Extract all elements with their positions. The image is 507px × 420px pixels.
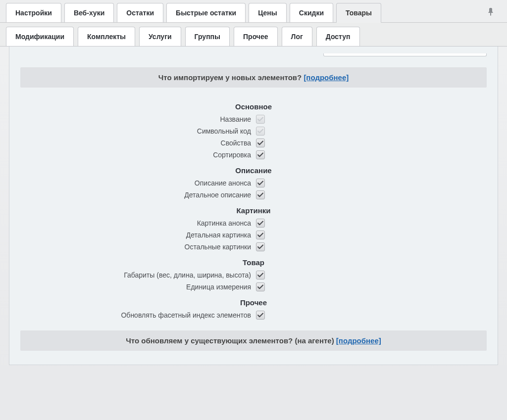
field-label: Символьный код [13,127,251,135]
field-label: Обновлять фасетный индекс элементов [13,311,251,319]
primary-tab-0[interactable]: Настройки [6,3,61,22]
field-label: Детальное описание [13,191,251,199]
field-control [256,271,494,280]
checkbox [256,127,265,136]
field-stub [9,53,498,60]
field-control [256,127,494,136]
field-label: Единица измерения [13,283,251,291]
group-title: Прочее [9,298,498,307]
checkbox[interactable] [256,139,265,147]
field-label: Описание анонса [13,179,251,187]
secondary-tab-3[interactable]: Группы [185,27,230,46]
field-label: Картинка анонса [13,219,251,227]
field-row: Символьный код [9,127,498,136]
secondary-tabs: МодификацииКомплектыУслугиГруппыПрочееЛо… [0,23,507,47]
field-label: Сортировка [13,151,251,159]
secondary-tab-2[interactable]: Услуги [139,27,181,46]
group-title: Основное [9,102,498,111]
checkbox[interactable] [256,150,265,159]
field-label: Название [13,115,251,123]
field-control [256,190,494,199]
checkbox[interactable] [256,231,265,239]
field-row: Название [9,115,498,124]
field-row: Картинка анонса [9,219,498,228]
field-control [256,115,494,124]
field-row: Описание анонса [9,179,498,187]
section-more-link[interactable]: [подробнее] [304,73,349,82]
settings-panel: Что импортируем у новых элементов? [подр… [9,47,498,365]
field-label: Детальная картинка [13,231,251,239]
checkbox[interactable] [256,219,265,228]
field-control [256,150,494,159]
section-title: Что импортируем у новых элементов? [158,73,304,82]
field-row: Сортировка [9,150,498,159]
import-fields: ОсновноеНазваниеСимвольный кодСвойстваСо… [9,94,498,324]
secondary-tab-0[interactable]: Модификации [6,27,74,46]
group-title: Картинки [9,206,498,215]
field-row: Свойства [9,139,498,147]
group-title: Товар [9,258,498,267]
field-control [256,139,494,147]
primary-tabs: НастройкиВеб-хукиОстаткиБыстрые остаткиЦ… [0,0,507,23]
field-row: Детальная картинка [9,231,498,239]
checkbox[interactable] [256,179,265,187]
field-control [256,282,494,291]
group-title: Описание [9,166,498,175]
section-title: Что обновляем у существующих элементов? … [126,336,336,345]
field-label: Остальные картинки [13,243,251,251]
secondary-tab-5[interactable]: Лог [282,27,312,46]
secondary-tab-4[interactable]: Прочее [234,27,278,46]
field-row: Габариты (вес, длина, ширина, высота) [9,271,498,280]
primary-tab-6[interactable]: Товары [336,3,381,23]
checkbox[interactable] [256,242,265,251]
checkbox[interactable] [256,282,265,291]
checkbox[interactable] [256,271,265,280]
primary-tab-2[interactable]: Остатки [117,3,163,22]
field-control [256,219,494,228]
section-header-import-new: Что импортируем у новых элементов? [подр… [20,67,487,88]
field-control [256,311,494,320]
pin-icon[interactable] [480,3,501,21]
primary-tab-5[interactable]: Скидки [290,3,333,22]
secondary-tab-6[interactable]: Доступ [316,27,360,46]
checkbox[interactable] [256,190,265,199]
field-row: Детальное описание [9,190,498,199]
field-row: Остальные картинки [9,242,498,251]
primary-tab-4[interactable]: Цены [249,3,287,22]
field-label: Габариты (вес, длина, ширина, высота) [13,271,251,279]
field-control [256,242,494,251]
checkbox [256,115,265,124]
field-row: Единица измерения [9,282,498,291]
secondary-tab-1[interactable]: Комплекты [78,27,135,46]
field-label: Свойства [13,139,251,147]
field-row: Обновлять фасетный индекс элементов [9,311,498,320]
section-header-update-existing: Что обновляем у существующих элементов? … [20,330,487,351]
checkbox[interactable] [256,311,265,320]
field-control [256,231,494,239]
primary-tab-1[interactable]: Веб-хуки [64,3,114,22]
field-control [256,179,494,187]
primary-tab-3[interactable]: Быстрые остатки [166,3,246,22]
section-more-link[interactable]: [подробнее] [336,336,381,345]
